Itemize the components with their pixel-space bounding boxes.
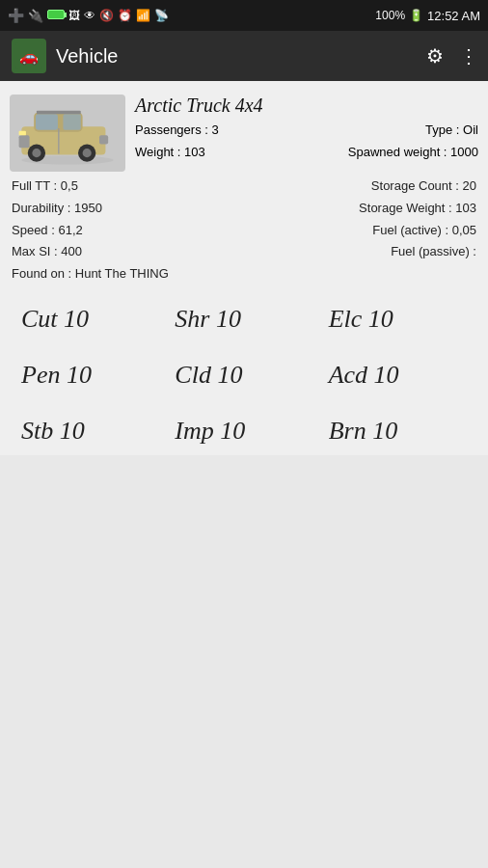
resistance-brn: Brn 10: [321, 417, 474, 446]
title-bar-right: ⚙ ⋮: [426, 44, 476, 68]
found-on-label: Found on : Hunt The THING: [12, 263, 169, 285]
durability-label: Durability : 1950: [12, 198, 102, 220]
eye-icon: 👁: [84, 9, 95, 22]
vehicle-info-block: Arctic Truck 4x4 Passengers : 3 Type : O…: [10, 91, 478, 289]
content-area: Arctic Truck 4x4 Passengers : 3 Type : O…: [0, 81, 488, 455]
full-tt-label: Full TT : 0,5: [12, 176, 78, 198]
fuel-active-label: Fuel (active) : 0,05: [372, 220, 476, 242]
battery-percent: 100%: [375, 9, 405, 22]
status-right: 100% 🔋 12:52 AM: [375, 9, 480, 23]
weight-stat: Weight : 103: [135, 141, 205, 163]
stat-row-2: Durability : 1950 Storage Weight : 103: [10, 198, 478, 220]
svg-rect-14: [37, 111, 81, 115]
more-options-icon[interactable]: ⋮: [459, 44, 476, 68]
max-si-label: Max SI : 400: [12, 241, 82, 263]
battery-icon: [47, 9, 65, 22]
alarm-icon: ⏰: [118, 9, 132, 22]
battery-full-icon: 🔋: [409, 9, 423, 22]
resistance-shr: Shr 10: [167, 305, 320, 334]
add-icon: ➕: [8, 8, 24, 23]
svg-point-12: [83, 149, 92, 157]
type-stat: Type : Oil: [425, 119, 478, 141]
storage-weight-label: Storage Weight : 103: [359, 198, 476, 220]
status-left-icons: ➕ 🔌 🖼 👁 🔇 ⏰ 📶 📡: [8, 8, 169, 23]
vehicle-title-block: Arctic Truck 4x4 Passengers : 3 Type : O…: [135, 95, 478, 164]
wifi-icon: 📶: [136, 9, 150, 22]
resistance-pen: Pen 10: [14, 361, 167, 390]
storage-count-label: Storage Count : 20: [371, 176, 476, 198]
stat-row-4: Max SI : 400 Fuel (passive) :: [10, 241, 478, 263]
svg-rect-7: [19, 135, 30, 148]
vehicle-image: [10, 95, 125, 172]
stat-row-1: Full TT : 0,5 Storage Count : 20: [10, 176, 478, 198]
usb-icon: 🔌: [28, 9, 43, 23]
resistance-grid: Cut 10 Shr 10 Elc 10 Pen 10 Cld 10 Acd 1…: [10, 305, 478, 446]
time-display: 12:52 AM: [427, 9, 480, 23]
svg-point-10: [32, 149, 41, 157]
vehicle-header: Arctic Truck 4x4 Passengers : 3 Type : O…: [10, 95, 478, 172]
svg-text:🚗: 🚗: [19, 47, 39, 66]
svg-rect-5: [36, 114, 58, 130]
vehicle-name: Arctic Truck 4x4: [135, 95, 478, 117]
stat-row-3: Speed : 61,2 Fuel (active) : 0,05: [10, 220, 478, 242]
spawned-weight-stat: Spawned weight : 1000: [348, 141, 478, 163]
resistance-stb: Stb 10: [14, 417, 167, 446]
mute-icon: 🔇: [99, 9, 114, 22]
resistance-cut: Cut 10: [14, 305, 167, 334]
svg-rect-6: [63, 114, 80, 130]
title-bar-left: 🚗 Vehicle: [12, 39, 119, 73]
signal-icon: 📡: [154, 9, 169, 22]
resistance-elc: Elc 10: [321, 305, 474, 334]
resistance-imp: Imp 10: [167, 417, 320, 446]
svg-rect-8: [99, 135, 108, 144]
fuel-passive-label: Fuel (passive) :: [391, 241, 476, 263]
page-title: Vehicle: [56, 45, 119, 68]
svg-rect-13: [19, 131, 26, 136]
resistance-cld: Cld 10: [167, 361, 320, 390]
image-icon: 🖼: [68, 9, 80, 22]
title-bar: 🚗 Vehicle ⚙ ⋮: [0, 31, 488, 81]
status-bar: ➕ 🔌 🖼 👁 🔇 ⏰ 📶 📡 100% 🔋 12:52 AM: [0, 0, 488, 31]
resistance-acd: Acd 10: [321, 361, 474, 390]
stat-row-5: Found on : Hunt The THING: [10, 263, 478, 285]
passengers-stat: Passengers : 3: [135, 119, 219, 141]
app-icon: 🚗: [12, 39, 46, 73]
settings-icon[interactable]: ⚙: [426, 44, 444, 68]
speed-label: Speed : 61,2: [12, 220, 83, 242]
